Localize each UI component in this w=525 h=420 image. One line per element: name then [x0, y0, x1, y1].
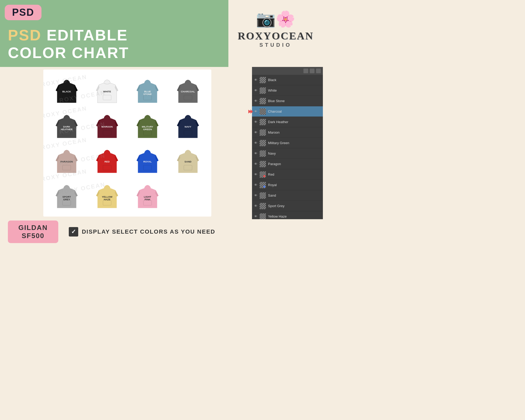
- layer-name: White: [268, 88, 277, 92]
- layer-name: Yellow Haze: [268, 214, 287, 218]
- hoodie-item-charcoal: CHARCOAL: [168, 74, 207, 107]
- hoodie-item-military-green: MILITARYGREEN: [128, 109, 167, 143]
- logo-studio: STUDIO: [259, 42, 292, 48]
- layer-row-sport-grey[interactable]: 👁 Sport Grey: [252, 201, 323, 211]
- layers-panel: 👁 Black 👁 White 👁 Blue Stone 👁 Charcoal …: [252, 67, 323, 219]
- eye-icon[interactable]: 👁: [254, 151, 258, 155]
- eye-icon[interactable]: 👁: [254, 162, 258, 166]
- layer-row-maroon[interactable]: 👁 Maroon: [252, 127, 323, 138]
- svg-rect-0: [63, 95, 71, 100]
- layers-header-btn3[interactable]: [316, 69, 321, 73]
- layer-name: Blue Stone: [268, 99, 285, 103]
- layer-name: Charcoal: [268, 109, 282, 113]
- layer-thumb: [260, 87, 266, 94]
- model-name: SF500: [18, 232, 48, 240]
- svg-text:DARK: DARK: [63, 125, 70, 128]
- svg-rect-7: [184, 95, 192, 100]
- layer-name: Military Green: [268, 141, 289, 145]
- eye-icon[interactable]: 👁: [254, 109, 258, 113]
- svg-text:LIGHT: LIGHT: [144, 195, 151, 198]
- layer-thumb: [260, 161, 266, 167]
- layer-thumb: [260, 119, 266, 125]
- svg-text:BLACK: BLACK: [62, 90, 71, 93]
- eye-icon[interactable]: 👁: [254, 193, 258, 197]
- layer-row-paragon[interactable]: 👁 Paragon: [252, 159, 323, 169]
- checkbox-icon: ✓: [69, 227, 78, 237]
- svg-text:MAROON: MAROON: [102, 125, 113, 128]
- eye-icon[interactable]: 👁: [254, 130, 258, 134]
- eye-icon[interactable]: 👁: [254, 88, 258, 92]
- eye-icon[interactable]: 👁: [254, 78, 258, 82]
- hoodie-item-white: WHITE: [88, 74, 127, 107]
- eye-icon[interactable]: 👁: [254, 141, 258, 145]
- hoodie-item-light-pink: LIGHTPINK: [128, 179, 167, 213]
- svg-rect-9: [63, 130, 71, 135]
- svg-rect-30: [103, 200, 111, 205]
- checkmark: ✓: [71, 228, 76, 235]
- empty-cell: [168, 179, 207, 213]
- layer-name: Sport Grey: [268, 204, 285, 208]
- psd-badge-text: PSD: [12, 7, 34, 18]
- header-line2: COLOR CHART: [8, 44, 129, 61]
- svg-text:GREEN: GREEN: [143, 128, 152, 131]
- eye-icon[interactable]: 👁: [254, 183, 258, 187]
- svg-text:NAVY: NAVY: [185, 125, 191, 128]
- layer-name: Paragon: [268, 162, 281, 166]
- hoodie-item-black: BLACK: [47, 74, 86, 107]
- layer-thumb: [260, 77, 266, 83]
- svg-rect-17: [184, 130, 192, 135]
- hoodie-item-paragon: PARAGON: [47, 144, 86, 178]
- layer-row-navy[interactable]: 👁 Navy: [252, 148, 323, 159]
- eye-icon[interactable]: 👁: [254, 172, 258, 176]
- bottom-bar: GILDAN SF500 ✓ DISPLAY SELECT COLORS AS …: [0, 219, 323, 244]
- layer-row-white[interactable]: 👁 White: [252, 85, 323, 96]
- layer-row-blue-stone[interactable]: 👁 Blue Stone: [252, 96, 323, 106]
- layer-name: Black: [268, 78, 276, 82]
- layer-row-red[interactable]: 👁 Red: [252, 169, 323, 180]
- layer-thumb: [260, 98, 266, 104]
- logo-name: ROXYOCEAN: [238, 30, 313, 42]
- header-line1: PSD EDITABLE: [8, 26, 129, 44]
- layer-thumb: [260, 213, 266, 220]
- hoodie-item-red: RED: [88, 144, 127, 178]
- svg-text:SPORT: SPORT: [62, 195, 71, 198]
- svg-text:PINK: PINK: [145, 198, 151, 201]
- hoodie-item-dark-heather: DARKHEATHER: [47, 109, 86, 143]
- layer-row-charcoal[interactable]: 👁 Charcoal: [252, 106, 323, 117]
- layers-list: 👁 Black 👁 White 👁 Blue Stone 👁 Charcoal …: [252, 75, 323, 222]
- svg-text:PARAGON: PARAGON: [61, 160, 73, 163]
- layer-name: Navy: [268, 151, 276, 155]
- layer-row-sand[interactable]: 👁 Sand: [252, 190, 323, 201]
- layer-thumb: [260, 192, 266, 199]
- eye-icon[interactable]: 👁: [254, 204, 258, 208]
- layer-row-royal[interactable]: 👁 Royal: [252, 180, 323, 190]
- eye-icon[interactable]: 👁: [254, 214, 258, 218]
- svg-rect-25: [184, 165, 192, 170]
- layer-row-military-green[interactable]: 👁 Military Green: [252, 138, 323, 148]
- header-editable-word: EDITABLE: [41, 27, 128, 44]
- header-psd-word: PSD: [8, 27, 41, 44]
- camera-icon: 📷🌸: [256, 10, 295, 28]
- layers-header-btn2[interactable]: [310, 69, 314, 73]
- svg-rect-4: [143, 95, 151, 100]
- svg-rect-2: [103, 95, 111, 100]
- svg-rect-12: [103, 130, 111, 135]
- layer-row-dark-heather[interactable]: 👁 Dark Heather: [252, 117, 323, 127]
- layer-name: Dark Heather: [268, 120, 288, 124]
- svg-text:HEATHER: HEATHER: [61, 128, 73, 131]
- eye-icon[interactable]: 👁: [254, 99, 258, 103]
- mockup-panel: ROXY OCEAN ROXY OCEAN ROXY OCEAN ROXY OC…: [43, 70, 211, 217]
- svg-text:CHARCOAL: CHARCOAL: [181, 90, 195, 93]
- eye-icon[interactable]: 👁: [254, 120, 258, 124]
- display-text-area: ✓ DISPLAY SELECT COLORS AS YOU NEED: [69, 227, 216, 237]
- layer-thumb: [260, 171, 266, 178]
- layers-header-btn1[interactable]: [303, 69, 308, 73]
- svg-text:ROYAL: ROYAL: [143, 160, 152, 163]
- layer-name: Maroon: [268, 130, 280, 134]
- svg-rect-23: [143, 165, 151, 170]
- hoodie-item-sand: SAND: [168, 144, 207, 178]
- svg-rect-33: [143, 200, 151, 205]
- layer-row-black[interactable]: 👁 Black: [252, 75, 323, 85]
- svg-text:GREY: GREY: [63, 198, 70, 201]
- layer-thumb: [260, 140, 266, 146]
